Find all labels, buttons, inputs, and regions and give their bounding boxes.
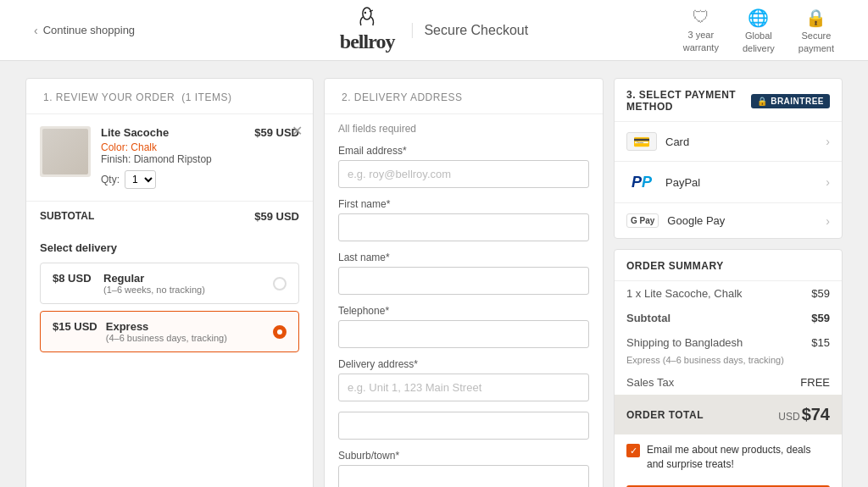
subtotal-label: SUBTOTAL (40, 210, 94, 223)
checkmark-icon: ✓ (630, 445, 637, 457)
remove-item-button[interactable]: ✕ (292, 123, 303, 139)
delivery-regular-radio[interactable] (273, 277, 287, 291)
svg-point-1 (364, 12, 366, 14)
delivery-options-section: Select delivery $8 USD Regular (1–6 week… (26, 231, 313, 369)
braintree-badge: 🔒 Braintree (751, 94, 830, 108)
email-input[interactable] (338, 160, 589, 188)
main-content: 1. REVIEW YOUR ORDER (1 ITEMS) Lite Saco… (0, 61, 868, 487)
continue-shopping-link[interactable]: ‹ Continue shopping (34, 24, 135, 37)
logo-text: bellroy (340, 30, 395, 53)
required-note: All fields required (338, 114, 589, 145)
suburb-input[interactable] (338, 465, 589, 487)
summary-total-row: ORDER TOTAL USD$74 (615, 395, 842, 434)
order-total-amount: USD$74 (778, 405, 830, 424)
subtotal-amount: $59 USD (254, 210, 299, 223)
site-header: ‹ Continue shopping bellroy Secure Check… (0, 0, 868, 61)
email-checkbox-row: ✓ Email me about new products, deals and… (615, 434, 842, 480)
order-item: Lite Sacoche Color: Chalk Finish: Diamon… (26, 114, 313, 201)
address2-group (338, 412, 589, 440)
secure-checkout-label: Secure Checkout (411, 23, 528, 38)
summary-shipping-desc: Express (4–6 business days, tracking) (615, 355, 842, 370)
item-image-inner (42, 129, 88, 174)
payment-googlepay-option[interactable]: G Pay Google Pay › (615, 203, 842, 238)
right-column: 3. SELECT PAYMENT METHOD 🔒 Braintree 💳 C… (614, 78, 843, 487)
payment-title: 3. SELECT PAYMENT METHOD 🔒 Braintree (615, 79, 842, 122)
card-icon: 💳 (626, 132, 657, 151)
card-chevron-icon: › (826, 135, 830, 148)
delivery-address-section: 2. DELIVERY ADDRESS All fields required … (324, 78, 604, 487)
paypal-icon: PP (626, 172, 657, 192)
firstname-group: First name* (338, 198, 589, 241)
lastname-label: Last name* (338, 252, 589, 263)
continue-shopping-label: Continue shopping (43, 24, 135, 36)
firstname-input[interactable] (338, 213, 589, 241)
payment-paypal-option[interactable]: PP PayPal › (615, 162, 842, 203)
summary-item-row: 1 x Lite Sacoche, Chalk $59 (615, 281, 842, 306)
address1-input[interactable] (338, 374, 589, 401)
review-order-section: 1. REVIEW YOUR ORDER (1 ITEMS) Lite Saco… (25, 78, 314, 487)
item-name: Lite Sacoche (101, 126, 244, 139)
summary-shipping-row: Shipping to Bangladesh $15 (615, 330, 842, 355)
delivery-express-radio[interactable] (273, 325, 287, 339)
back-chevron-icon: ‹ (34, 24, 38, 37)
address1-group: Delivery address* (338, 358, 589, 401)
address1-label: Delivery address* (338, 358, 589, 370)
payment-section: 3. SELECT PAYMENT METHOD 🔒 Braintree 💳 C… (614, 78, 843, 239)
order-summary-title: ORDER SUMMARY (615, 250, 842, 281)
lock-icon: 🔒 (757, 97, 768, 106)
warranty-badge: 🛡 3 year warranty (683, 8, 719, 53)
firstname-label: First name* (338, 198, 589, 210)
address2-input[interactable] (338, 412, 589, 440)
item-image (40, 126, 91, 177)
svg-point-0 (363, 8, 371, 19)
address-form: All fields required Email address* First… (325, 114, 603, 487)
lastname-input[interactable] (338, 267, 589, 295)
header-left: ‹ Continue shopping (34, 24, 135, 37)
item-color: Color: Chalk (101, 141, 244, 153)
googlepay-icon: G Pay (626, 213, 659, 228)
item-finish: Finish: Diamond Ripstop (101, 153, 244, 165)
review-order-title: 1. REVIEW YOUR ORDER (1 ITEMS) (26, 79, 313, 114)
email-checkbox[interactable]: ✓ (626, 444, 640, 457)
googlepay-chevron-icon: › (826, 214, 830, 228)
header-center: bellroy Secure Checkout (340, 7, 528, 53)
payment-card-option[interactable]: 💳 Card › (615, 122, 842, 162)
header-right: 🛡 3 year warranty 🌐 Global delivery 🔒 Se… (683, 8, 834, 53)
summary-subtotal-row: Subtotal $59 (615, 306, 842, 330)
logo: bellroy (340, 7, 395, 53)
telephone-group: Telephone* (338, 305, 589, 348)
logo-bird-icon (358, 7, 376, 29)
email-label: Email address* (338, 145, 589, 157)
delivery-address-title: 2. DELIVERY ADDRESS (325, 79, 603, 114)
delivery-option-express[interactable]: $15 USD Express (4–6 business days, trac… (40, 311, 299, 352)
email-group: Email address* (338, 145, 589, 188)
email-checkbox-label: Email me about new products, deals and s… (647, 443, 830, 472)
secure-payment-icon: 🔒 (805, 8, 826, 28)
delivery-icon: 🌐 (748, 8, 769, 28)
telephone-label: Telephone* (338, 305, 589, 317)
delivery-title: Select delivery (40, 241, 299, 254)
paypal-chevron-icon: › (826, 175, 830, 189)
suburb-group: Suburb/town* (338, 450, 589, 487)
delivery-option-regular[interactable]: $8 USD Regular (1–6 weeks, no tracking) (40, 263, 299, 304)
warranty-icon: 🛡 (693, 8, 709, 27)
secure-payment-badge: 🔒 Secure payment (798, 8, 834, 53)
lastname-group: Last name* (338, 252, 589, 295)
item-qty-row: Qty: 123 (101, 170, 244, 189)
order-summary-section: ORDER SUMMARY 1 x Lite Sacoche, Chalk $5… (614, 249, 843, 487)
suburb-label: Suburb/town* (338, 450, 589, 462)
item-qty-select[interactable]: 123 (125, 170, 156, 189)
summary-tax-row: Sales Tax FREE (615, 370, 842, 395)
subtotal-row: SUBTOTAL $59 USD (26, 201, 313, 231)
delivery-badge: 🌐 Global delivery (743, 8, 775, 53)
item-details: Lite Sacoche Color: Chalk Finish: Diamon… (101, 126, 244, 189)
telephone-input[interactable] (338, 320, 589, 348)
